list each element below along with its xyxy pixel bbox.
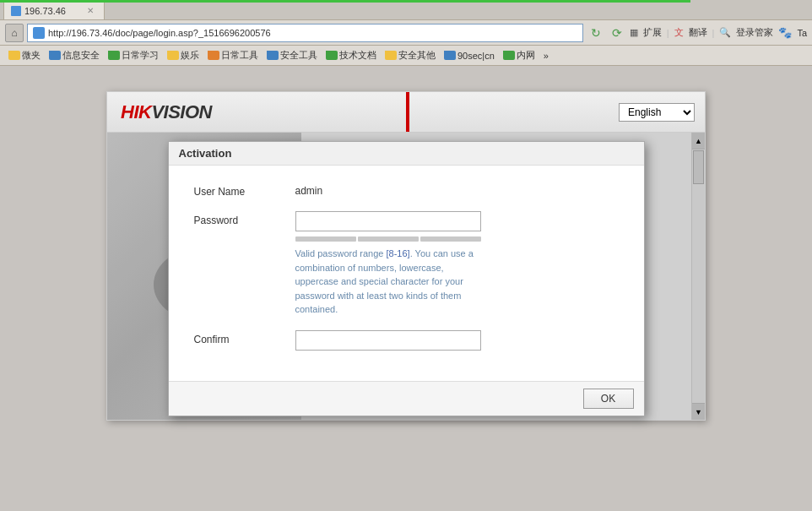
hik-logo: HIK VISION [121,101,212,123]
page-load-progress [0,0,690,3]
refresh-alt-icon[interactable]: ⟳ [608,24,626,42]
bookmark-folder-icon [49,51,61,60]
modal-form-content: User Name admin Password [169,166,644,381]
bookmark-folder-icon [385,51,397,60]
hikvision-panel: HIK VISION English 中文 [106,91,706,421]
bookmark-more[interactable]: » [540,50,552,62]
translate-icon: 文 [674,26,684,39]
tab-title: 196.73.46 [24,6,66,16]
bookmark-folder-icon [326,51,338,60]
bookmark-folder-icon [503,51,515,60]
modal-title: Activation [179,147,232,160]
strength-bar-3 [420,236,481,242]
username-value: admin [295,182,323,197]
modal-footer: OK [169,381,644,416]
bookmark-folder-icon [208,51,219,60]
strength-bar-2 [358,236,419,242]
favicon [33,27,45,39]
bookmark-intranet[interactable]: 内网 [500,48,539,63]
modal-overlay: Activation User Name admin [107,133,705,420]
user-icon: 🐾 [778,26,792,39]
browser-tab[interactable]: 196.73.46 ✕ [3,1,105,19]
hint-range: [8-16] [387,248,410,258]
language-dropdown[interactable]: English 中文 [619,103,695,122]
bookmark-label: 微夹 [22,49,41,62]
tab-bar: 196.73.46 ✕ [0,0,812,20]
hik-language-selector[interactable]: English 中文 [619,103,695,122]
modal-title-bar: Activation [169,142,644,166]
confirm-row: Confirm [194,330,619,351]
hint-prefix: Valid password range [295,248,387,258]
confirm-field-container [295,330,619,351]
home-button[interactable]: ⌂ [5,24,24,42]
bookmark-label: 内网 [517,49,535,62]
username-label: User Name [194,182,295,198]
bookmark-daily-tools[interactable]: 日常工具 [204,48,262,63]
password-hint-text: Valid password range [8-16]. You can use… [295,247,481,317]
hik-logo-hik: HIK [121,101,151,123]
hik-red-bar [406,92,409,132]
username-row: User Name admin [194,182,619,198]
refresh-icon[interactable]: ↻ [587,24,605,42]
extend-label[interactable]: 扩展 [643,26,662,39]
hik-header: HIK VISION English 中文 [107,92,705,133]
bookmark-label: 90sec|cn [457,51,495,61]
confirm-input[interactable] [295,330,481,351]
bookmark-90sec[interactable]: 90sec|cn [441,50,498,62]
confirm-label: Confirm [194,330,295,345]
bookmarks-bar: 微夹 信息安全 日常学习 娱乐 日常工具 安全工具 技术文档 安全其他 [0,46,812,66]
translate-label[interactable]: 翻译 [689,26,707,39]
bookmark-label: 日常工具 [221,49,258,62]
username-field: admin [295,182,619,198]
bookmark-folder-icon [8,51,20,60]
password-input[interactable] [295,211,481,231]
bookmark-security-other[interactable]: 安全其他 [382,48,439,63]
ok-button[interactable]: OK [583,389,634,409]
address-bar[interactable]: http://196.73.46/doc/page/login.asp?_151… [27,24,583,42]
bookmark-weijia[interactable]: 微夹 [5,48,44,63]
bookmark-label: 娱乐 [181,49,199,62]
bookmark-label: 信息安全 [62,49,100,62]
bookmark-folder-icon [167,51,179,60]
browser-window: 196.73.46 ✕ ⌂ http://196.73.46/doc/page/… [0,0,812,66]
tab-favicon [11,6,21,16]
ta-label[interactable]: Ta [797,28,807,38]
bookmark-folder-icon [444,51,456,60]
bookmark-label: 技术文档 [339,49,376,62]
password-hint: Valid password range [8-16]. You can use… [295,236,481,317]
page-content: HIK VISION English 中文 [0,66,812,511]
activation-dialog: Activation User Name admin [168,141,645,416]
bookmark-label: 安全工具 [280,49,317,62]
bookmark-label: 安全其他 [398,49,436,62]
password-row: Password [194,211,619,317]
navigation-toolbar: ⌂ http://196.73.46/doc/page/login.asp?_1… [0,20,812,46]
more-label: » [544,51,549,61]
bookmark-label: 日常学习 [122,49,159,62]
bookmark-entertainment[interactable]: 娱乐 [164,48,203,63]
extend-icon: ▦ [630,27,638,38]
tab-close-icon[interactable]: ✕ [87,6,94,15]
strength-bar-1 [295,236,356,242]
bookmark-infosec[interactable]: 信息安全 [46,48,103,63]
right-toolbar: ▦ 扩展 | 文 翻译 | 🔍 登录管家 🐾 Ta [630,26,807,39]
login-manager-label[interactable]: 登录管家 [736,26,773,39]
password-field-container: Valid password range [8-16]. You can use… [295,211,619,317]
bookmark-tech-docs[interactable]: 技术文档 [322,48,380,63]
hik-body: ▲ ▼ Activation Use [107,133,705,420]
hik-logo-vision: VISION [151,101,212,123]
bookmark-folder-icon [267,51,279,60]
bookmark-security-tools[interactable]: 安全工具 [263,48,321,63]
bookmark-folder-icon [108,51,120,60]
bookmark-learning[interactable]: 日常学习 [105,48,162,63]
browser-icons: ↻ ⟳ [587,24,626,42]
search-icon: 🔍 [719,27,731,38]
password-label: Password [194,211,295,226]
url-text: http://196.73.46/doc/page/login.asp?_151… [48,28,271,38]
strength-bars [295,236,481,242]
